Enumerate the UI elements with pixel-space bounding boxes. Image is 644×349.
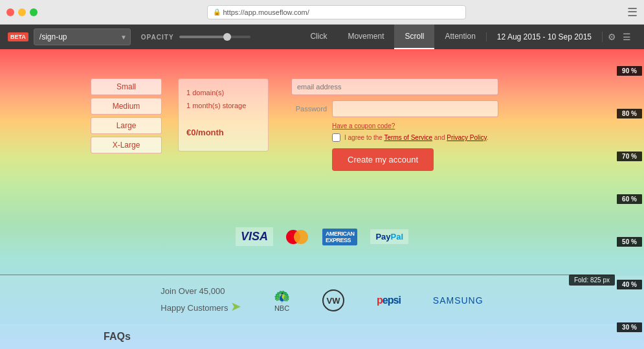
- nbc-peacock-icon: 🦚: [274, 289, 290, 304]
- address-bar[interactable]: 🔒 https://app.mouseflow.com/: [207, 5, 466, 19]
- terms-row: I agree to the Terms of Service and Priv…: [332, 133, 498, 142]
- opacity-label: OPACITY: [141, 34, 174, 41]
- nav-icons: ⚙ ☰: [602, 32, 636, 42]
- browser-chrome: 🔒 https://app.mouseflow.com/ ☰: [0, 0, 644, 25]
- faq-section: FAQs: [0, 324, 644, 349]
- pct-90: 90 %: [617, 66, 642, 76]
- signup-form: Password Have a coupon code? I agree to …: [291, 78, 498, 171]
- email-input[interactable]: [291, 78, 498, 95]
- plan-xlarge[interactable]: X-Large: [91, 137, 162, 153]
- plan-large[interactable]: Large: [91, 117, 162, 134]
- close-button[interactable]: [6, 8, 14, 16]
- visa-logo: VISA: [236, 227, 273, 246]
- tab-click[interactable]: Click: [300, 25, 337, 49]
- storage-text: 1 month(s) storage: [186, 100, 260, 113]
- mastercard-logo: [286, 229, 309, 245]
- percentage-labels: 90 % 80 % 70 % 60 % 50 % 40 % 30 %: [615, 49, 644, 349]
- opacity-control: OPACITY: [141, 34, 250, 41]
- page-dropdown-wrapper[interactable]: /sign-up ▼: [34, 28, 131, 45]
- happy-text: Happy Customers ➤: [161, 297, 241, 315]
- browser-menu-icon[interactable]: ☰: [627, 5, 638, 19]
- customers-text: Join Over 45,000 Happy Customers ➤: [161, 286, 241, 315]
- terms-text: I agree to the Terms of Service and Priv…: [344, 134, 489, 141]
- minimize-button[interactable]: [18, 8, 26, 16]
- paypal-logo: PayPal: [370, 229, 408, 244]
- pricing-price: €0/month: [186, 118, 260, 144]
- create-account-button[interactable]: Create my account: [332, 148, 434, 171]
- fold-badge: Fold: 825 px: [569, 275, 615, 286]
- password-label: Password: [291, 105, 327, 113]
- pct-50: 50 %: [617, 237, 642, 247]
- opacity-slider[interactable]: [179, 36, 250, 38]
- tab-movement[interactable]: Movement: [337, 25, 394, 49]
- beta-badge: BETA: [8, 32, 28, 41]
- tab-scroll[interactable]: Scroll: [394, 25, 434, 49]
- arrow-icon: ➤: [230, 299, 241, 313]
- date-range[interactable]: 12 Aug 2015 - 10 Sep 2015: [486, 32, 602, 41]
- page-dropdown[interactable]: /sign-up: [34, 28, 131, 45]
- terms-checkbox[interactable]: [332, 133, 340, 142]
- plan-cards: Small Medium Large X-Large: [91, 78, 162, 153]
- pct-70: 70 %: [617, 152, 642, 161]
- faq-title: FAQs: [104, 331, 540, 343]
- main-content: Small Medium Large X-Large 1 domain(s) 1…: [0, 49, 644, 349]
- menu-icon[interactable]: ☰: [623, 32, 631, 42]
- settings-icon[interactable]: ⚙: [608, 32, 616, 42]
- pricing-box: 1 domain(s) 1 month(s) storage €0/month: [178, 78, 269, 152]
- fold-indicator: Fold: 825 px: [0, 275, 615, 286]
- amex-logo: AMERICANEXPRESS: [322, 229, 358, 245]
- tab-attention[interactable]: Attention: [434, 25, 485, 49]
- traffic-lights: [6, 8, 38, 16]
- nbc-logo: 🦚 NBC: [274, 289, 290, 312]
- plan-medium[interactable]: Medium: [91, 98, 162, 115]
- terms-of-service-link[interactable]: Terms of Service: [384, 134, 432, 141]
- pepsi-logo: pepsi: [377, 295, 401, 306]
- pct-30: 30 %: [617, 322, 642, 332]
- payment-logos: VISA AMERICANEXPRESS PayPal: [0, 214, 644, 259]
- lock-icon: 🔒: [213, 8, 221, 16]
- nav-tabs: Click Movement Scroll Attention: [300, 25, 485, 49]
- samsung-logo: SAMSUNG: [433, 295, 483, 306]
- vw-logo: VW: [322, 289, 344, 311]
- password-input[interactable]: [332, 100, 498, 117]
- pct-80: 80 %: [617, 109, 642, 118]
- password-row: Password: [291, 100, 498, 117]
- pct-40: 40 %: [617, 280, 642, 289]
- pct-60: 60 %: [617, 194, 642, 204]
- domain-text: 1 domain(s): [186, 87, 260, 100]
- email-row: [291, 78, 498, 95]
- privacy-policy-link[interactable]: Privacy Policy: [447, 134, 487, 141]
- maximize-button[interactable]: [30, 8, 38, 16]
- top-nav: BETA /sign-up ▼ OPACITY Click Movement S…: [0, 25, 644, 49]
- coupon-link[interactable]: Have a coupon code?: [332, 122, 498, 129]
- join-text: Join Over 45,000: [161, 286, 241, 297]
- plan-small[interactable]: Small: [91, 78, 162, 95]
- url-text: https://app.mouseflow.com/: [223, 8, 309, 16]
